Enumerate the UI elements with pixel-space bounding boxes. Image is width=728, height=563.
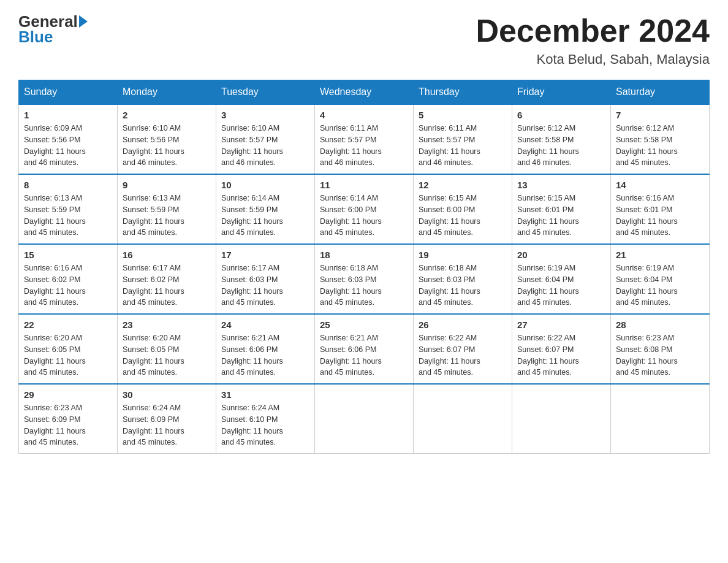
calendar-day-cell: 7 Sunrise: 6:12 AM Sunset: 5:58 PM Dayli…	[611, 104, 710, 174]
location-subtitle: Kota Belud, Sabah, Malaysia	[476, 52, 710, 67]
calendar-day-cell	[512, 384, 611, 454]
day-info: Sunrise: 6:10 AM Sunset: 5:57 PM Dayligh…	[221, 123, 309, 169]
day-number: 8	[24, 180, 112, 190]
calendar-week-row: 22 Sunrise: 6:20 AM Sunset: 6:05 PM Dayl…	[19, 314, 710, 384]
day-number: 11	[320, 180, 408, 190]
day-info: Sunrise: 6:17 AM Sunset: 6:03 PM Dayligh…	[221, 262, 309, 308]
calendar-day-cell: 16 Sunrise: 6:17 AM Sunset: 6:02 PM Dayl…	[118, 244, 216, 314]
day-info: Sunrise: 6:11 AM Sunset: 5:57 PM Dayligh…	[320, 123, 408, 169]
logo-arrow-icon	[79, 15, 88, 28]
day-number: 13	[517, 180, 605, 190]
calendar-day-cell: 12 Sunrise: 6:15 AM Sunset: 6:00 PM Dayl…	[414, 174, 512, 244]
day-number: 18	[320, 250, 408, 260]
day-of-week-header: Sunday	[19, 80, 118, 105]
calendar-day-cell: 8 Sunrise: 6:13 AM Sunset: 5:59 PM Dayli…	[19, 174, 118, 244]
calendar-day-cell: 23 Sunrise: 6:20 AM Sunset: 6:05 PM Dayl…	[118, 314, 216, 384]
day-info: Sunrise: 6:21 AM Sunset: 6:06 PM Dayligh…	[320, 332, 408, 378]
day-number: 4	[320, 110, 408, 120]
day-info: Sunrise: 6:12 AM Sunset: 5:58 PM Dayligh…	[517, 123, 605, 169]
calendar-day-cell	[414, 384, 512, 454]
calendar-table: SundayMondayTuesdayWednesdayThursdayFrid…	[18, 80, 710, 454]
calendar-day-cell: 19 Sunrise: 6:18 AM Sunset: 6:03 PM Dayl…	[414, 244, 512, 314]
page-header: General Blue December 2024 Kota Belud, S…	[18, 12, 710, 67]
day-number: 19	[419, 250, 507, 260]
day-number: 1	[24, 110, 112, 120]
calendar-day-cell: 10 Sunrise: 6:14 AM Sunset: 5:59 PM Dayl…	[216, 174, 315, 244]
day-info: Sunrise: 6:16 AM Sunset: 6:01 PM Dayligh…	[616, 193, 704, 239]
calendar-week-row: 29 Sunrise: 6:23 AM Sunset: 6:09 PM Dayl…	[19, 384, 710, 454]
day-number: 17	[221, 250, 309, 260]
calendar-day-cell	[611, 384, 710, 454]
calendar-day-cell: 4 Sunrise: 6:11 AM Sunset: 5:57 PM Dayli…	[315, 104, 414, 174]
day-info: Sunrise: 6:21 AM Sunset: 6:06 PM Dayligh…	[221, 332, 309, 378]
day-number: 3	[221, 110, 309, 120]
day-info: Sunrise: 6:14 AM Sunset: 5:59 PM Dayligh…	[221, 193, 309, 239]
day-number: 6	[517, 110, 605, 120]
day-number: 14	[616, 180, 704, 190]
day-of-week-header: Tuesday	[216, 80, 315, 105]
day-number: 21	[616, 250, 704, 260]
calendar-day-cell: 27 Sunrise: 6:22 AM Sunset: 6:07 PM Dayl…	[512, 314, 611, 384]
day-info: Sunrise: 6:09 AM Sunset: 5:56 PM Dayligh…	[24, 123, 112, 169]
day-info: Sunrise: 6:20 AM Sunset: 6:05 PM Dayligh…	[24, 332, 112, 378]
calendar-day-cell: 31 Sunrise: 6:24 AM Sunset: 6:10 PM Dayl…	[216, 384, 315, 454]
calendar-week-row: 15 Sunrise: 6:16 AM Sunset: 6:02 PM Dayl…	[19, 244, 710, 314]
day-info: Sunrise: 6:11 AM Sunset: 5:57 PM Dayligh…	[419, 123, 507, 169]
day-number: 2	[123, 110, 211, 120]
calendar-day-cell: 26 Sunrise: 6:22 AM Sunset: 6:07 PM Dayl…	[414, 314, 512, 384]
day-number: 23	[123, 320, 211, 330]
calendar-day-cell: 14 Sunrise: 6:16 AM Sunset: 6:01 PM Dayl…	[611, 174, 710, 244]
day-number: 5	[419, 110, 507, 120]
day-number: 25	[320, 320, 408, 330]
day-info: Sunrise: 6:13 AM Sunset: 5:59 PM Dayligh…	[24, 193, 112, 239]
calendar-day-cell: 18 Sunrise: 6:18 AM Sunset: 6:03 PM Dayl…	[315, 244, 414, 314]
logo: General Blue	[18, 12, 88, 47]
day-number: 15	[24, 250, 112, 260]
calendar-day-cell: 24 Sunrise: 6:21 AM Sunset: 6:06 PM Dayl…	[216, 314, 315, 384]
day-of-week-header: Wednesday	[315, 80, 414, 105]
day-info: Sunrise: 6:24 AM Sunset: 6:10 PM Dayligh…	[221, 402, 309, 448]
day-number: 24	[221, 320, 309, 330]
calendar-day-cell: 6 Sunrise: 6:12 AM Sunset: 5:58 PM Dayli…	[512, 104, 611, 174]
calendar-week-row: 8 Sunrise: 6:13 AM Sunset: 5:59 PM Dayli…	[19, 174, 710, 244]
day-number: 27	[517, 320, 605, 330]
day-of-week-header: Thursday	[414, 80, 512, 105]
day-info: Sunrise: 6:15 AM Sunset: 6:00 PM Dayligh…	[419, 193, 507, 239]
day-info: Sunrise: 6:22 AM Sunset: 6:07 PM Dayligh…	[517, 332, 605, 378]
day-info: Sunrise: 6:24 AM Sunset: 6:09 PM Dayligh…	[123, 402, 211, 448]
calendar-day-cell: 15 Sunrise: 6:16 AM Sunset: 6:02 PM Dayl…	[19, 244, 118, 314]
day-number: 26	[419, 320, 507, 330]
calendar-header-row: SundayMondayTuesdayWednesdayThursdayFrid…	[19, 80, 710, 105]
day-info: Sunrise: 6:20 AM Sunset: 6:05 PM Dayligh…	[123, 332, 211, 378]
day-number: 28	[616, 320, 704, 330]
day-number: 9	[123, 180, 211, 190]
calendar-day-cell: 1 Sunrise: 6:09 AM Sunset: 5:56 PM Dayli…	[19, 104, 118, 174]
title-section: December 2024 Kota Belud, Sabah, Malaysi…	[476, 12, 710, 67]
day-info: Sunrise: 6:19 AM Sunset: 6:04 PM Dayligh…	[517, 262, 605, 308]
calendar-week-row: 1 Sunrise: 6:09 AM Sunset: 5:56 PM Dayli…	[19, 104, 710, 174]
day-number: 7	[616, 110, 704, 120]
logo-blue-text: Blue	[18, 28, 88, 47]
calendar-day-cell: 2 Sunrise: 6:10 AM Sunset: 5:56 PM Dayli…	[118, 104, 216, 174]
month-title: December 2024	[476, 12, 710, 49]
day-number: 12	[419, 180, 507, 190]
calendar-day-cell: 20 Sunrise: 6:19 AM Sunset: 6:04 PM Dayl…	[512, 244, 611, 314]
calendar-day-cell: 17 Sunrise: 6:17 AM Sunset: 6:03 PM Dayl…	[216, 244, 315, 314]
day-of-week-header: Monday	[118, 80, 216, 105]
day-number: 31	[221, 389, 309, 400]
day-number: 29	[24, 389, 112, 400]
calendar-day-cell	[315, 384, 414, 454]
day-info: Sunrise: 6:10 AM Sunset: 5:56 PM Dayligh…	[123, 123, 211, 169]
day-info: Sunrise: 6:22 AM Sunset: 6:07 PM Dayligh…	[419, 332, 507, 378]
calendar-day-cell: 9 Sunrise: 6:13 AM Sunset: 5:59 PM Dayli…	[118, 174, 216, 244]
day-number: 10	[221, 180, 309, 190]
calendar-day-cell: 13 Sunrise: 6:15 AM Sunset: 6:01 PM Dayl…	[512, 174, 611, 244]
day-info: Sunrise: 6:23 AM Sunset: 6:09 PM Dayligh…	[24, 402, 112, 448]
calendar-day-cell: 3 Sunrise: 6:10 AM Sunset: 5:57 PM Dayli…	[216, 104, 315, 174]
day-info: Sunrise: 6:15 AM Sunset: 6:01 PM Dayligh…	[517, 193, 605, 239]
day-info: Sunrise: 6:14 AM Sunset: 6:00 PM Dayligh…	[320, 193, 408, 239]
calendar-day-cell: 29 Sunrise: 6:23 AM Sunset: 6:09 PM Dayl…	[19, 384, 118, 454]
calendar-day-cell: 30 Sunrise: 6:24 AM Sunset: 6:09 PM Dayl…	[118, 384, 216, 454]
day-info: Sunrise: 6:23 AM Sunset: 6:08 PM Dayligh…	[616, 332, 704, 378]
day-info: Sunrise: 6:19 AM Sunset: 6:04 PM Dayligh…	[616, 262, 704, 308]
